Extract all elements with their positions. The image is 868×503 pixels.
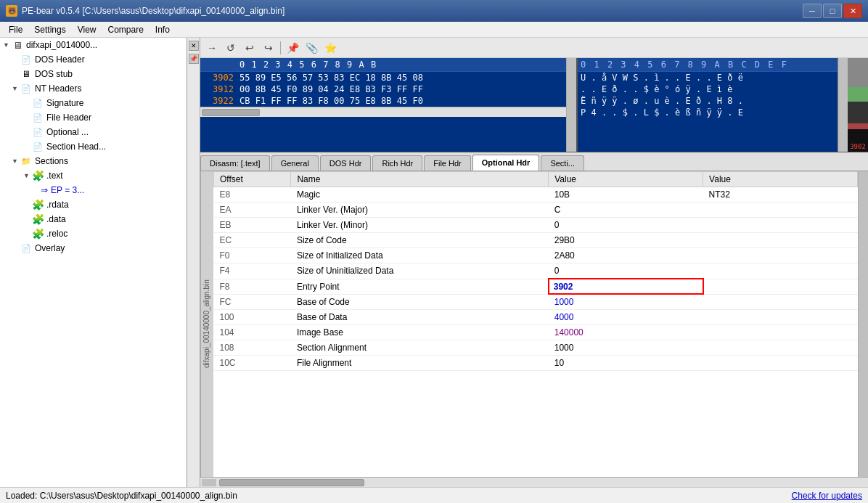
tree-item-dos-header[interactable]: 📄 DOS Header	[0, 52, 187, 67]
sections-label: Sections	[35, 156, 68, 166]
rdata-label: .rdata	[46, 200, 69, 210]
color-bar-green	[848, 87, 868, 102]
cell-offset-1: EA	[214, 203, 291, 218]
tab-file-hdr[interactable]: File Hdr	[424, 155, 471, 171]
cell-offset-6: F8	[214, 279, 291, 294]
star-button[interactable]: ⭐	[322, 40, 339, 56]
cell-value-3: 29B0	[549, 233, 703, 248]
hex-v-scrollbar[interactable]	[566, 58, 576, 152]
tab-secti[interactable]: Secti...	[541, 155, 584, 171]
redo-button[interactable]: ↪	[260, 40, 277, 56]
table-row-10: 108Section Alignment1000	[214, 340, 858, 356]
cell-offset-0: E8	[214, 187, 291, 203]
menu-file[interactable]: File	[3, 23, 28, 36]
tab-optional-hdr[interactable]: Optional Hdr	[472, 155, 540, 171]
data-section-label: .data	[46, 214, 66, 224]
tree-item-text[interactable]: ▼ 🧩 .text	[0, 168, 187, 183]
tab-disasm[interactable]: Disasm: [.text]	[200, 155, 270, 171]
cell-value-6: 3902	[549, 279, 703, 294]
hex-bytes-panel: 0 1 2 3 4 5 6 7 8 9 A B 3902 55 89 E5 56…	[200, 58, 566, 152]
content-area: → ↺ ↩ ↪ 📌 📎 ⭐ 0 1 2 3 4 5 6 7 8 9 A B 39…	[200, 38, 868, 487]
cell-value2-9	[703, 325, 858, 340]
hex-row-2[interactable]: 3922 CB F1 FF FF 83 F8 00 75 E8 8B 45 F0	[200, 95, 566, 107]
panel-controls: ✕ 📌	[187, 38, 200, 487]
close-button[interactable]: ✕	[843, 4, 862, 18]
cell-value-10: 1000	[549, 340, 703, 356]
menu-view[interactable]: View	[72, 23, 102, 36]
hex-char-row-3: P 4 . . $ . L $ . è ß ñ ÿ ÿ . E	[578, 107, 838, 118]
tree-item-optional[interactable]: 📄 Optional ...	[0, 125, 187, 139]
table-row-11: 10CFile Alignment10	[214, 356, 858, 371]
panel-pin-button[interactable]: 📌	[189, 54, 199, 64]
hex-chars-scrollbar[interactable]	[838, 58, 848, 152]
maximize-button[interactable]: □	[823, 4, 842, 18]
refresh-button[interactable]: ↺	[222, 40, 239, 56]
tree-item-nt-headers[interactable]: ▼ 📄 NT Headers	[0, 81, 187, 96]
tab-dos-hdr[interactable]: DOS Hdr	[320, 155, 372, 171]
check-updates-link[interactable]: Check for updates	[792, 491, 862, 501]
hex-addr-1: 3912	[203, 84, 239, 94]
tree-item-file-header[interactable]: 📄 File Header	[0, 110, 187, 125]
cell-value-0: 10B	[549, 187, 703, 203]
cell-value2-5	[703, 263, 858, 279]
table-h-scrollbar[interactable]	[200, 477, 868, 487]
hex-h-scrollbar[interactable]	[200, 107, 566, 117]
tree-item-rdata[interactable]: 🧩 .rdata	[0, 197, 187, 212]
cell-offset-2: EB	[214, 218, 291, 233]
section-head-icon: 📄	[32, 142, 44, 152]
nav-forward-button[interactable]: →	[203, 40, 221, 56]
cell-offset-5: F4	[214, 263, 291, 279]
col-value1: Value	[549, 172, 703, 187]
menu-compare[interactable]: Compare	[102, 23, 150, 36]
hex-h-scrollbar-thumb	[202, 109, 260, 116]
table-h-scrollbar-thumb	[219, 479, 364, 486]
pin-button[interactable]: 📌	[284, 40, 301, 56]
table-row-4: F0Size of Initialized Data2A80	[214, 248, 858, 263]
cell-name-9: Image Base	[291, 325, 549, 340]
cell-name-7: Base of Code	[291, 294, 549, 310]
table-v-scrollbar[interactable]	[858, 171, 868, 477]
hex-row-0[interactable]: 3902 55 89 E5 56 57 53 83 EC 18 8B 45 08	[200, 72, 566, 83]
cell-value-2: 0	[549, 218, 703, 233]
tree-root[interactable]: ▼ 🖥 difxapi_0014000...	[0, 38, 187, 52]
optional-hdr-table: Offset Name Value Value E8Magic10BNT32EA…	[213, 171, 858, 371]
tree-item-dos-stub[interactable]: 🖥 DOS stub	[0, 67, 187, 81]
cell-offset-7: FC	[214, 294, 291, 310]
tree-item-sections[interactable]: ▼ 📁 Sections	[0, 154, 187, 168]
tree-item-section-head[interactable]: 📄 Section Head...	[0, 139, 187, 154]
cell-offset-9: 104	[214, 325, 291, 340]
attach-button[interactable]: 📎	[303, 40, 320, 56]
section-head-label: Section Head...	[46, 142, 106, 152]
hex-char-row-0: U . å V W S . ì . . E . . E ð ë	[578, 72, 838, 83]
tree-item-data[interactable]: 🧩 .data	[0, 212, 187, 226]
color-bar-dark1	[848, 102, 868, 123]
vert-label: difxapi_00140000_align.bin	[200, 171, 213, 477]
undo-button[interactable]: ↩	[241, 40, 258, 56]
hex-row-1[interactable]: 3912 00 8B 45 F0 89 04 24 E8 B3 F3 FF FF	[200, 83, 566, 95]
tree-item-reloc[interactable]: 🧩 .reloc	[0, 226, 187, 241]
tab-rich-hdr[interactable]: Rich Hdr	[372, 155, 422, 171]
hex-bytes-1: 00 8B 45 F0 89 04 24 E8 B3 F3 FF FF	[239, 84, 423, 94]
cell-offset-8: 100	[214, 310, 291, 325]
data-section-icon: 🧩	[32, 214, 44, 224]
tree-item-ep[interactable]: ⇒ EP = 3...	[0, 183, 187, 197]
tree-root-icon: 🖥	[12, 40, 23, 50]
tree-item-overlay[interactable]: 📄 Overlay	[0, 241, 187, 255]
hex-bytes-2: CB F1 FF FF 83 F8 00 75 E8 8B 45 F0	[239, 96, 423, 106]
menu-settings[interactable]: Settings	[28, 23, 71, 36]
cell-name-11: File Alignment	[291, 356, 549, 371]
table-row-9: 104Image Base140000	[214, 325, 858, 340]
menu-info[interactable]: Info	[150, 23, 176, 36]
col-offset: Offset	[214, 172, 291, 187]
text-section-icon: 🧩	[32, 171, 44, 181]
minimize-button[interactable]: ─	[803, 4, 822, 18]
panel-close-button[interactable]: ✕	[189, 41, 199, 51]
tree-item-signature[interactable]: 📄 Signature	[0, 96, 187, 110]
tab-general[interactable]: General	[271, 155, 319, 171]
cell-value-8: 4000	[549, 310, 703, 325]
table-row-7: FCBase of Code1000	[214, 294, 858, 310]
tree-view: ▼ 🖥 difxapi_0014000... 📄 DOS Header 🖥 DO…	[0, 38, 187, 487]
reloc-label: .reloc	[46, 229, 67, 239]
toolbar: → ↺ ↩ ↪ 📌 📎 ⭐	[200, 38, 868, 58]
cell-value-4: 2A80	[549, 248, 703, 263]
